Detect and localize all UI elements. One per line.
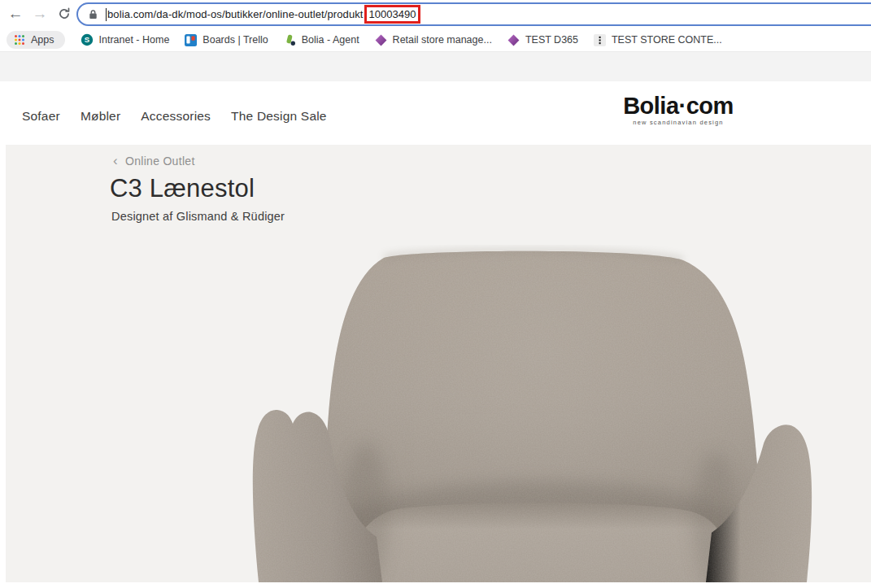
bookmark-intranet-home[interactable]: S Intranet - Home	[81, 33, 170, 46]
product-page-content: ‹ Online Outlet C3 Lænestol Designet af …	[6, 145, 871, 582]
bookmark-test-d365[interactable]: TEST D365	[507, 34, 578, 46]
bookmark-label: TEST D365	[525, 34, 578, 46]
bookmark-label: Boards | Trello	[203, 34, 268, 46]
bookmark-apps[interactable]: Apps	[7, 31, 65, 49]
url-product-id-highlight-box: 10003490	[364, 5, 421, 24]
chevron-left-icon: ‹	[113, 154, 118, 168]
forward-button[interactable]: →	[29, 3, 50, 24]
back-arrow-icon: ←	[8, 5, 24, 23]
reload-button[interactable]	[54, 3, 75, 24]
address-bar[interactable]: bolia.com/da-dk/mod-os/butikker/online-o…	[76, 2, 871, 26]
forward-arrow-icon: →	[33, 5, 48, 23]
bookmark-label: Intranet - Home	[99, 34, 170, 46]
page-title: C3 Lænestol	[110, 174, 255, 203]
site-header: Sofaer Møbler Accessories The Design Sal…	[0, 81, 871, 145]
logo-title: Bolia·com	[619, 94, 738, 118]
bookmark-label: Retail store manage...	[393, 34, 492, 46]
sharepoint-icon: S	[81, 33, 94, 46]
breadcrumb-label: Online Outlet	[125, 155, 195, 168]
url-text: bolia.com/da-dk/mod-os/butikker/online-o…	[107, 8, 364, 20]
browser-toolbar: ← → bolia.com/da-dk/mod-os/butikker/onli…	[0, 0, 871, 28]
header-grey-band	[0, 51, 871, 82]
bookmark-test-store-content[interactable]: TEST STORE CONTE...	[594, 34, 722, 46]
generic-favicon-icon	[594, 34, 606, 46]
back-button[interactable]: ←	[5, 3, 26, 24]
breadcrumb[interactable]: ‹ Online Outlet	[113, 154, 195, 168]
dynamics365-icon	[375, 34, 387, 46]
dynamics365-icon	[507, 34, 520, 46]
bookmark-boards-trello[interactable]: Boards | Trello	[185, 34, 268, 46]
nav-item-sofaer[interactable]: Sofaer	[22, 109, 60, 124]
refresh-icon	[58, 7, 71, 20]
svg-text:S: S	[84, 35, 89, 44]
bookmark-retail-store-management[interactable]: Retail store manage...	[375, 34, 492, 46]
bolia-logo[interactable]: Bolia·com new scandinavian design	[619, 94, 738, 126]
lock-icon	[89, 9, 98, 20]
bookmark-label: Apps	[31, 34, 54, 46]
logo-tagline: new scandinavian design	[619, 119, 738, 126]
bolia-agent-icon	[284, 34, 296, 46]
main-navigation: Sofaer Møbler Accessories The Design Sal…	[22, 109, 327, 124]
nav-item-accessories[interactable]: Accessories	[141, 109, 211, 124]
bookmark-label: Bolia - Agent	[302, 34, 359, 46]
apps-grid-icon	[14, 34, 25, 46]
nav-item-design-sale[interactable]: The Design Sale	[231, 109, 327, 124]
product-designer-line: Designet af Glismand & Rüdiger	[111, 210, 285, 223]
trello-icon	[185, 34, 197, 46]
nav-item-moebler[interactable]: Møbler	[81, 109, 120, 124]
bookmark-label: TEST STORE CONTE...	[612, 34, 722, 46]
bookmark-bolia-agent[interactable]: Bolia - Agent	[284, 34, 359, 46]
bookmarks-bar: Apps S Intranet - Home Boards | Trello B…	[0, 28, 871, 51]
text-caret	[106, 8, 107, 21]
